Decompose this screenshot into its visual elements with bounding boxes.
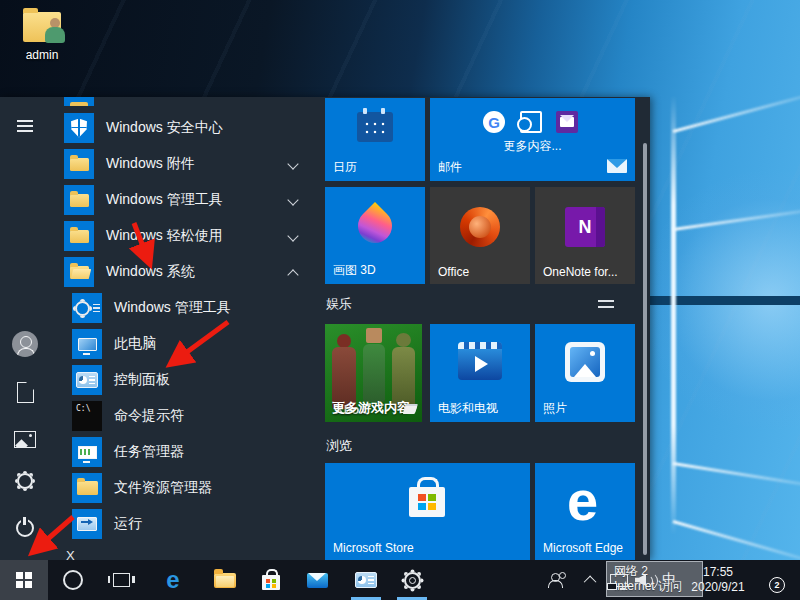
taskbar-mail-button[interactable] [302, 560, 332, 600]
paint3d-drop-icon [351, 202, 399, 250]
app-item-label: Windows 安全中心 [106, 119, 223, 137]
screen: admin Windows 安全中心 Windows 附件 Windows 管理… [0, 0, 800, 600]
settings-button[interactable] [8, 464, 42, 498]
tile-label: 电影和电视 [438, 400, 498, 417]
app-item-control-panel[interactable]: 控制面板 [48, 362, 325, 398]
app-icon-tile [72, 509, 102, 539]
action-center-icon: 2 [759, 572, 779, 588]
control-panel-icon [355, 572, 377, 588]
app-item-partial[interactable] [64, 97, 94, 106]
desktop-icon-label: admin [12, 48, 72, 62]
chevron-up-icon [287, 269, 298, 280]
clock-time: 17:55 [703, 565, 733, 580]
app-icon-tile [64, 149, 94, 179]
tile-label: 日历 [333, 159, 357, 176]
ime-label: 中 [662, 571, 676, 589]
app-group-windows-ease-of-access[interactable]: Windows 轻松使用 [48, 218, 325, 254]
chevron-down-icon [287, 158, 298, 169]
tile-group-handle[interactable] [598, 300, 614, 308]
app-item-task-manager[interactable]: 任务管理器 [48, 434, 325, 470]
volume-tray-icon[interactable] [633, 560, 659, 600]
tile-microsoft-edge[interactable]: e Microsoft Edge [535, 463, 635, 560]
task-view-icon [113, 573, 130, 587]
user-account-button[interactable] [8, 327, 42, 361]
speaker-icon [635, 572, 657, 588]
onenote-letter: N [579, 217, 592, 238]
chevron-down-icon [287, 230, 298, 241]
computer-monitor-icon [78, 338, 97, 351]
user-folder-icon [23, 12, 61, 42]
task-manager-icon [78, 446, 97, 459]
pictures-button[interactable] [8, 422, 42, 456]
run-icon [77, 517, 97, 531]
windows-logo-icon [16, 572, 32, 588]
app-item-file-explorer[interactable]: 文件资源管理器 [48, 470, 325, 506]
people-icon [548, 572, 566, 588]
app-icon-tile [72, 473, 102, 503]
wallpaper-logo-vertical-bar [671, 95, 676, 535]
app-icon-tile [64, 257, 94, 287]
documents-button[interactable] [8, 375, 42, 409]
clock[interactable]: 17:55 2020/9/21 [682, 560, 754, 600]
mail-envelope-icon [307, 573, 328, 588]
tile-movies-tv[interactable]: 电影和电视 [430, 324, 530, 422]
desktop-icon-admin[interactable]: admin [12, 12, 72, 78]
tile-microsoft-store[interactable]: Microsoft Store [325, 463, 530, 560]
edge-icon: e [166, 568, 179, 592]
onenote-logo-icon: N [565, 207, 605, 247]
security-shield-icon [71, 119, 87, 138]
start-menu: Windows 安全中心 Windows 附件 Windows 管理工具 Win… [0, 97, 650, 560]
tile-xbox[interactable]: Xbox 更多游戏内容 [325, 324, 422, 422]
folder-icon [70, 230, 89, 243]
mail-envelope-icon [607, 159, 627, 173]
action-center-button[interactable]: 2 [752, 560, 786, 600]
start-button[interactable] [0, 560, 48, 600]
tile-calendar[interactable]: 日历 [325, 98, 425, 181]
power-icon [16, 519, 34, 537]
app-item-label: 命令提示符 [114, 407, 184, 425]
app-item-label: 文件资源管理器 [114, 479, 212, 497]
checklist-icon [93, 304, 100, 313]
tile-office[interactable]: Office [430, 187, 530, 284]
app-item-command-prompt[interactable]: C:\ 命令提示符 [48, 398, 325, 434]
taskbar-file-explorer-button[interactable] [210, 560, 240, 600]
network-tray-icon[interactable] [606, 560, 632, 600]
task-view-button[interactable] [106, 560, 136, 600]
people-button[interactable] [544, 560, 570, 600]
menu-scrollbar[interactable] [643, 143, 647, 555]
app-icon-tile [72, 365, 102, 395]
tile-mail-more-text: 更多内容... [430, 138, 635, 155]
taskbar-control-panel-button[interactable] [350, 560, 382, 600]
cortana-search-button[interactable] [58, 560, 88, 600]
pictures-icon [14, 431, 36, 448]
ime-indicator[interactable]: 中 [658, 560, 680, 600]
expand-menu-button[interactable] [8, 109, 42, 143]
app-item-windows-security[interactable]: Windows 安全中心 [48, 110, 325, 146]
edge-logo-icon: e [567, 473, 598, 529]
app-item-run[interactable]: 运行 [48, 506, 325, 542]
settings-icon [17, 473, 33, 489]
taskbar-store-button[interactable] [256, 560, 286, 600]
tile-group-title-entertainment[interactable]: 娱乐 [326, 295, 352, 313]
tile-paint3d[interactable]: 画图 3D [325, 187, 425, 284]
power-button[interactable] [8, 511, 42, 545]
app-group-windows-system[interactable]: Windows 系统 [48, 254, 325, 290]
documents-icon [17, 382, 34, 403]
taskbar-edge-button[interactable]: e [158, 560, 188, 600]
tile-onenote[interactable]: N OneNote for... [535, 187, 635, 284]
tile-label: 邮件 [438, 159, 462, 176]
app-group-windows-admin-tools[interactable]: Windows 管理工具 [48, 182, 325, 218]
show-hidden-icons-button[interactable] [580, 560, 602, 600]
taskbar-settings-button[interactable] [396, 560, 428, 600]
google-g-icon: G [483, 111, 505, 133]
app-item-this-pc[interactable]: 此电脑 [48, 326, 325, 362]
tile-label: 照片 [543, 400, 567, 417]
folder-icon [70, 158, 89, 171]
cortana-circle-icon [63, 570, 83, 590]
app-item-windows-admin-tools[interactable]: Windows 管理工具 [48, 290, 325, 326]
tile-group-title-browse[interactable]: 浏览 [326, 437, 352, 455]
app-group-windows-accessories[interactable]: Windows 附件 [48, 146, 325, 182]
tile-mail[interactable]: G 更多内容... 邮件 [430, 98, 635, 181]
user-person-icon [45, 18, 65, 44]
tile-photos[interactable]: 照片 [535, 324, 635, 422]
